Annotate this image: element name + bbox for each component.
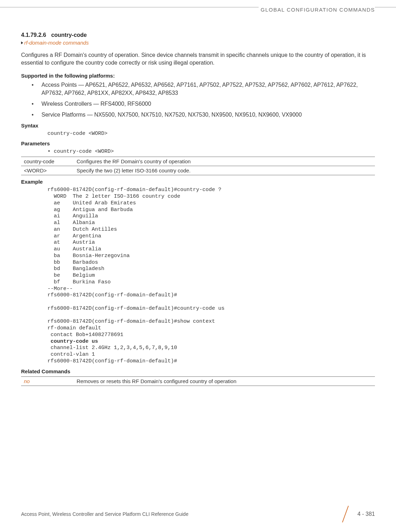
param-desc-cell: Configures the RF Domain's country of op… — [74, 157, 375, 166]
list-item: Wireless Controllers — RFS4000, RFS6000 — [32, 100, 375, 108]
related-desc-cell: Removes or resets this RF Domain's confi… — [74, 376, 375, 386]
example-heading: Example — [21, 179, 375, 185]
arrow-right-icon — [21, 41, 23, 44]
footer-right: 4 - 381 — [338, 507, 375, 521]
slash-icon — [338, 507, 352, 521]
section-number: 4.1.79.2.6 — [21, 32, 46, 38]
parameters-bullet: • country-code <WORD> — [21, 149, 375, 155]
table-row: country-code Configures the RF Domain's … — [21, 157, 375, 166]
supported-list: Access Points — AP6521, AP6522, AP6532, … — [21, 81, 375, 119]
footer-doc-title: Access Point, Wireless Controller and Se… — [21, 511, 188, 517]
table-row: no Removes or resets this RF Domain's co… — [21, 376, 375, 386]
related-table: no Removes or resets this RF Domain's co… — [21, 376, 375, 386]
param-name-cell: <WORD> — [21, 166, 74, 175]
page-footer: Access Point, Wireless Controller and Se… — [0, 507, 396, 521]
param-name-cell: country-code — [21, 157, 74, 166]
example-output: rfs6000-81742D(config-rf-domain-default)… — [21, 187, 375, 364]
chapter-title: GLOBAL CONFIGURATION COMMANDS — [259, 7, 375, 13]
example-pre1: rfs6000-81742D(config-rf-domain-default)… — [47, 187, 225, 338]
example-pre2: channel-list 2.4GHz 1,2,3,4,5,6,7,8,9,10… — [47, 345, 177, 364]
list-item: Service Platforms — NX5500, NX7500, NX75… — [32, 111, 375, 119]
table-row: <WORD> Specify the two (2) letter ISO-31… — [21, 166, 375, 175]
description-paragraph: Configures a RF Domain's country of oper… — [21, 51, 375, 67]
supported-heading: Supported in the following platforms: — [21, 73, 375, 79]
syntax-heading: Syntax — [21, 123, 375, 129]
breadcrumb: rf-domain-mode commands — [21, 40, 375, 46]
parameters-table: country-code Configures the RF Domain's … — [21, 157, 375, 175]
section-title: country-code — [51, 32, 87, 38]
section-heading-row: 4.1.79.2.6 country-code — [21, 32, 375, 38]
example-bold-line: country-code us — [47, 339, 98, 344]
parameters-heading: Parameters — [21, 140, 375, 146]
header-rule: GLOBAL CONFIGURATION COMMANDS — [0, 7, 396, 7]
list-item: Access Points — AP6521, AP6522, AP6532, … — [32, 81, 375, 97]
syntax-code: country-code <WORD> — [21, 131, 375, 137]
related-heading: Related Commands — [21, 368, 375, 374]
param-desc-cell: Specify the two (2) letter ISO-3166 coun… — [74, 166, 375, 175]
breadcrumb-text: rf-domain-mode commands — [24, 40, 89, 46]
page-content: 4.1.79.2.6 country-code rf-domain-mode c… — [0, 7, 396, 386]
related-name-cell: no — [21, 376, 74, 386]
page-number: 4 - 381 — [357, 511, 375, 517]
